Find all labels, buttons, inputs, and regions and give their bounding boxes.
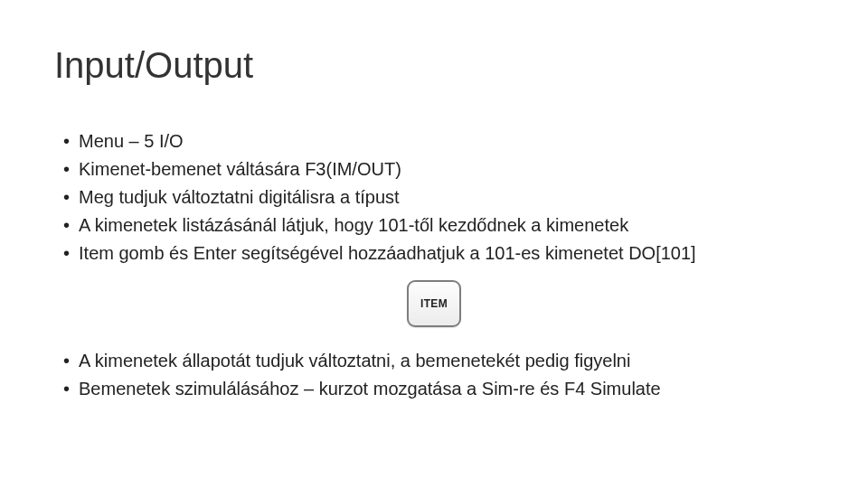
bullet-text: A kimenetek állapotát tudjuk változtatni… — [79, 347, 630, 375]
list-item: • A kimenetek listázásánál látjuk, hogy … — [63, 211, 814, 239]
bullet-text: Bemenetek szimulálásához – kurzot mozgat… — [79, 375, 661, 403]
bullet-list-bottom: • A kimenetek állapotát tudjuk változtat… — [63, 347, 814, 403]
list-item: • Bemenetek szimulálásához – kurzot mozg… — [63, 375, 814, 403]
bullet-list-top: • Menu – 5 I/O • Kimenet-bemenet váltásá… — [63, 127, 814, 267]
list-item: • Item gomb és Enter segítségével hozzáa… — [63, 239, 814, 267]
item-button[interactable]: ITEM — [407, 280, 461, 327]
bullet-text: Item gomb és Enter segítségével hozzáadh… — [79, 239, 696, 267]
list-item: • Menu – 5 I/O — [63, 127, 814, 155]
list-item: • A kimenetek állapotát tudjuk változtat… — [63, 347, 814, 375]
bullet-text: Menu – 5 I/O — [79, 127, 184, 155]
bullet-icon: • — [63, 127, 70, 155]
bullet-icon: • — [63, 347, 70, 375]
bullet-text: A kimenetek listázásánál látjuk, hogy 10… — [79, 211, 628, 239]
bullet-icon: • — [63, 211, 70, 239]
bullet-text: Kimenet-bemenet váltására F3(IM/OUT) — [79, 155, 401, 183]
slide-title: Input/Output — [54, 45, 814, 86]
bullet-icon: • — [63, 375, 70, 403]
list-item: • Meg tudjuk változtatni digitálisra a t… — [63, 183, 814, 211]
bullet-icon: • — [63, 239, 70, 267]
bullet-text: Meg tudjuk változtatni digitálisra a típ… — [79, 183, 400, 211]
list-item: • Kimenet-bemenet váltására F3(IM/OUT) — [63, 155, 814, 183]
item-button-label: ITEM — [420, 297, 448, 310]
item-button-container: ITEM — [54, 280, 814, 327]
bullet-icon: • — [63, 155, 70, 183]
bullet-icon: • — [63, 183, 70, 211]
